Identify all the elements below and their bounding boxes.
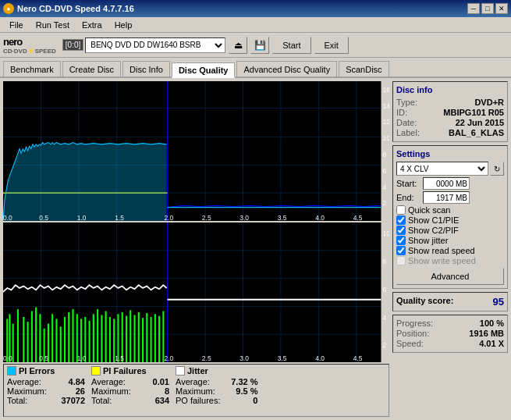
tab-disc-quality[interactable]: Disc Quality (172, 62, 236, 78)
svg-text:2: 2 (383, 199, 387, 207)
jitter-label: Jitter (187, 366, 208, 376)
svg-text:14: 14 (383, 101, 389, 109)
advanced-button[interactable]: Advanced (396, 268, 504, 285)
show-read-speed-checkbox[interactable] (396, 246, 406, 255)
svg-marker-15 (3, 143, 167, 221)
pi-errors-label: PI Errors (19, 366, 55, 376)
exit-button[interactable]: Exit (314, 37, 349, 54)
menu-file[interactable]: File (3, 19, 30, 31)
svg-text:0.0: 0.0 (3, 354, 12, 362)
svg-text:6: 6 (383, 285, 387, 294)
svg-text:4: 4 (383, 183, 387, 190)
drive-combo[interactable]: BENQ DVD DD DW1640 BSRB (85, 37, 225, 53)
start-mb-input[interactable] (423, 177, 470, 190)
nero-logo: nero CD·DVD⚡SPEED (3, 36, 56, 55)
tab-benchmark[interactable]: Benchmark (3, 61, 61, 77)
pi-failures-label: PI Failures (103, 366, 147, 376)
menu-help[interactable]: Help (108, 19, 139, 31)
disc-info-title: Disc info (396, 85, 504, 94)
window-title: Nero CD-DVD Speed 4.7.7.16 (17, 4, 134, 13)
restore-button[interactable]: □ (481, 3, 494, 14)
svg-text:3.0: 3.0 (240, 354, 249, 362)
save-button[interactable]: 💾 (250, 37, 269, 54)
svg-text:4: 4 (383, 313, 387, 322)
app-icon: ● (3, 3, 14, 14)
quality-panel: Quality score: 95 (392, 292, 508, 311)
svg-text:4.5: 4.5 (353, 354, 363, 362)
jitter-stats: Jitter Average: 7.32 % Maximum: 9.5 % PO… (176, 366, 257, 415)
svg-text:1.5: 1.5 (115, 354, 124, 362)
svg-text:10: 10 (383, 230, 389, 238)
end-mb-input[interactable] (423, 191, 470, 204)
quick-scan-checkbox[interactable] (396, 205, 406, 215)
show-c2pif-checkbox[interactable] (396, 226, 406, 235)
eject-button[interactable]: ⏏ (229, 37, 247, 54)
tab-advanced-disc-quality[interactable]: Advanced Disc Quality (236, 61, 337, 77)
svg-text:4.5: 4.5 (353, 213, 363, 221)
jitter-color (176, 366, 185, 376)
progress-panel: Progress: 100 % Position: 1916 MB Speed:… (392, 315, 508, 353)
start-button[interactable]: Start (272, 37, 311, 54)
speed-combo[interactable]: 4 X CLV (396, 162, 488, 176)
svg-text:2.0: 2.0 (164, 213, 173, 221)
pi-errors-chart: 16 14 12 10 8 6 4 2 50 40 30 20 10 0.0 0… (3, 81, 389, 221)
pi-failures-color (91, 366, 101, 376)
svg-text:0.0: 0.0 (3, 213, 12, 221)
settings-refresh-btn[interactable]: ↻ (490, 162, 504, 176)
toolbar: nero CD·DVD⚡SPEED [0:0] BENQ DVD DD DW16… (0, 33, 511, 58)
menu-extra[interactable]: Extra (76, 19, 108, 31)
svg-text:1.0: 1.0 (77, 213, 87, 221)
svg-text:10: 10 (383, 134, 389, 142)
svg-text:2.5: 2.5 (202, 213, 211, 221)
svg-text:3.5: 3.5 (278, 213, 287, 221)
show-write-speed-checkbox[interactable] (396, 256, 406, 265)
right-panel: Disc info Type: DVD+R ID: MBIPG101 R05 D… (392, 81, 508, 417)
svg-text:1.0: 1.0 (77, 354, 87, 362)
menu-runtest[interactable]: Run Test (30, 19, 76, 31)
drive-label: [0:0] (62, 39, 83, 51)
chart-area: 16 14 12 10 8 6 4 2 50 40 30 20 10 0.0 0… (3, 81, 389, 417)
tab-create-disc[interactable]: Create Disc (62, 61, 121, 77)
svg-text:8: 8 (383, 257, 387, 265)
pi-errors-stats: PI Errors Average: 4.84 Maximum: 26 Tota… (7, 366, 85, 415)
pi-failures-stats: PI Failures Average: 0.01 Maximum: 8 Tot… (91, 366, 169, 415)
title-bar: ● Nero CD-DVD Speed 4.7.7.16 ─ □ ✕ (0, 0, 511, 17)
svg-text:2.5: 2.5 (202, 354, 211, 362)
tab-scandisc[interactable]: ScanDisc (339, 61, 389, 77)
settings-title: Settings (396, 149, 504, 158)
settings-panel: Settings 4 X CLV ↻ Start: End: Quick sca… (392, 145, 508, 289)
show-c1pie-checkbox[interactable] (396, 215, 406, 225)
svg-text:2.0: 2.0 (164, 354, 173, 362)
svg-text:4.0: 4.0 (315, 213, 325, 221)
menu-bar: File Run Test Extra Help (0, 17, 511, 33)
jitter-chart: 10 8 6 4 2 10 8 6 4 2 0.0 0.5 1.0 1.5 2.… (3, 222, 389, 362)
svg-text:12: 12 (383, 118, 389, 126)
svg-text:4.0: 4.0 (315, 354, 325, 362)
svg-text:3.5: 3.5 (278, 354, 287, 362)
svg-text:3.0: 3.0 (240, 213, 249, 221)
svg-text:6: 6 (383, 166, 387, 174)
svg-text:2: 2 (383, 341, 387, 350)
svg-text:0.5: 0.5 (39, 354, 48, 362)
main-content: 16 14 12 10 8 6 4 2 50 40 30 20 10 0.0 0… (0, 78, 511, 420)
minimize-button[interactable]: ─ (467, 3, 480, 14)
disc-info-panel: Disc info Type: DVD+R ID: MBIPG101 R05 D… (392, 81, 508, 142)
tab-disc-info[interactable]: Disc Info (122, 61, 170, 77)
svg-text:1.5: 1.5 (115, 213, 124, 221)
close-button[interactable]: ✕ (495, 3, 508, 14)
show-jitter-checkbox[interactable] (396, 236, 406, 245)
svg-text:16: 16 (383, 85, 389, 93)
tabs-bar: Benchmark Create Disc Disc Info Disc Qua… (0, 58, 511, 78)
svg-text:8: 8 (383, 151, 387, 158)
svg-text:0.5: 0.5 (39, 213, 48, 221)
stats-row: PI Errors Average: 4.84 Maximum: 26 Tota… (3, 364, 389, 417)
pi-errors-color (7, 366, 16, 376)
drive-selector: [0:0] BENQ DVD DD DW1640 BSRB (62, 37, 225, 53)
